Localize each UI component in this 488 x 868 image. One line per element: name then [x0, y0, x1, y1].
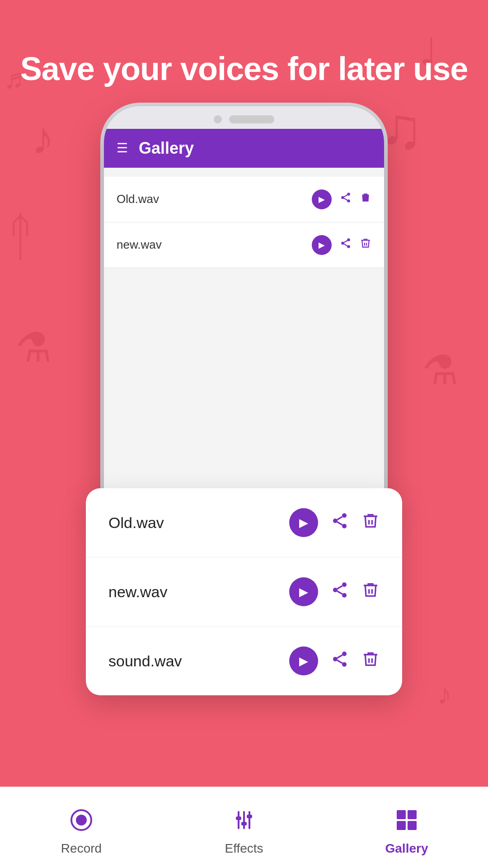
- nav-item-record[interactable]: Record: [0, 799, 163, 856]
- card-play-button-3[interactable]: ▶: [289, 646, 318, 675]
- phone-share-icon-1[interactable]: [340, 192, 352, 207]
- svg-line-28: [337, 522, 342, 525]
- svg-line-34: [337, 585, 342, 589]
- phone-app-bar-title: Gallery: [139, 139, 194, 158]
- card-share-button-1[interactable]: [331, 512, 349, 534]
- svg-rect-46: [241, 822, 247, 826]
- nav-item-effects[interactable]: Effects: [163, 799, 325, 856]
- card-file-row-2: new.wav ▶: [86, 557, 402, 627]
- svg-point-27: [342, 524, 347, 528]
- svg-point-30: [342, 582, 347, 587]
- phone-file-actions-1: ▶: [312, 189, 371, 209]
- svg-point-25: [342, 513, 347, 518]
- effects-label: Effects: [225, 841, 263, 856]
- card-file-row-1: Old.wav ▶: [86, 488, 402, 557]
- phone-delete-icon-2[interactable]: [360, 237, 371, 252]
- record-icon: [70, 808, 93, 837]
- phone-file-row: Old.wav ▶: [104, 177, 384, 222]
- phone-body: ☰ Gallery Old.wav ▶: [104, 106, 384, 522]
- phone-share-icon-2[interactable]: [340, 237, 352, 252]
- svg-point-26: [333, 519, 338, 523]
- gallery-icon: [395, 808, 418, 837]
- svg-point-35: [342, 651, 347, 656]
- phone-speaker: [229, 115, 274, 123]
- svg-line-24: [344, 241, 347, 243]
- svg-point-15: [347, 193, 350, 196]
- card-play-button-2[interactable]: ▶: [289, 577, 318, 606]
- phone-list-filler: [104, 268, 384, 295]
- svg-rect-50: [397, 821, 406, 830]
- card-play-button-1[interactable]: ▶: [289, 508, 318, 537]
- phone-file-row-2: new.wav ▶: [104, 222, 384, 268]
- svg-point-37: [342, 662, 347, 666]
- phone-play-icon-2[interactable]: ▶: [312, 235, 332, 255]
- svg-point-31: [333, 588, 338, 592]
- phone-app-bar: ☰ Gallery: [104, 129, 384, 168]
- card-share-button-2[interactable]: [331, 581, 349, 603]
- svg-point-22: [347, 245, 350, 249]
- card-delete-button-2[interactable]: [361, 581, 380, 603]
- phone-screen: ☰ Gallery Old.wav ▶: [104, 129, 384, 522]
- svg-point-21: [341, 242, 344, 245]
- phone-mockup: ☰ Gallery Old.wav ▶: [0, 106, 488, 522]
- svg-point-16: [341, 196, 344, 199]
- svg-rect-45: [236, 816, 241, 820]
- svg-point-32: [342, 593, 347, 597]
- phone-camera: [214, 115, 222, 123]
- svg-line-18: [344, 198, 347, 200]
- svg-line-38: [337, 660, 342, 663]
- svg-rect-48: [397, 810, 406, 819]
- nav-item-gallery[interactable]: Gallery: [325, 799, 488, 856]
- card-file-name-1: Old.wav: [108, 514, 289, 532]
- floating-gallery-card: Old.wav ▶ new.wav ▶ sound.wav ▶: [86, 488, 402, 695]
- phone-play-icon-1[interactable]: ▶: [312, 189, 332, 209]
- hero-title: Save your voices for later use: [0, 0, 488, 102]
- card-share-button-3[interactable]: [331, 650, 349, 672]
- effects-icon: [232, 808, 256, 837]
- phone-top-bar: [104, 106, 384, 129]
- phone-file-name-1: Old.wav: [117, 192, 312, 206]
- card-file-name-2: new.wav: [108, 583, 289, 601]
- svg-rect-49: [408, 810, 417, 819]
- card-file-row-3: sound.wav ▶: [86, 627, 402, 695]
- svg-rect-51: [408, 821, 417, 830]
- phone-file-actions-2: ▶: [312, 235, 371, 255]
- card-actions-3: ▶: [289, 646, 380, 675]
- phone-file-name-2: new.wav: [117, 238, 312, 252]
- svg-point-41: [76, 815, 87, 826]
- card-delete-button-3[interactable]: [361, 650, 380, 672]
- svg-rect-47: [247, 815, 252, 818]
- svg-point-20: [347, 239, 350, 242]
- card-delete-button-1[interactable]: [361, 512, 380, 534]
- svg-point-36: [333, 657, 338, 661]
- phone-delete-icon-1[interactable]: [360, 192, 371, 207]
- svg-text:♪: ♪: [437, 678, 452, 710]
- svg-line-39: [337, 655, 342, 658]
- svg-line-29: [337, 516, 342, 519]
- hamburger-icon: ☰: [117, 142, 128, 155]
- phone-file-list: Old.wav ▶ new.wav ▶: [104, 168, 384, 522]
- record-label: Record: [61, 841, 102, 856]
- bottom-navigation: Record Effects Gallery: [0, 787, 488, 868]
- gallery-label: Gallery: [385, 841, 428, 856]
- card-actions-1: ▶: [289, 508, 380, 537]
- svg-line-33: [337, 591, 342, 594]
- svg-line-23: [344, 244, 347, 246]
- svg-line-19: [344, 195, 347, 197]
- card-file-name-3: sound.wav: [108, 652, 289, 670]
- svg-point-17: [347, 200, 350, 203]
- card-actions-2: ▶: [289, 577, 380, 606]
